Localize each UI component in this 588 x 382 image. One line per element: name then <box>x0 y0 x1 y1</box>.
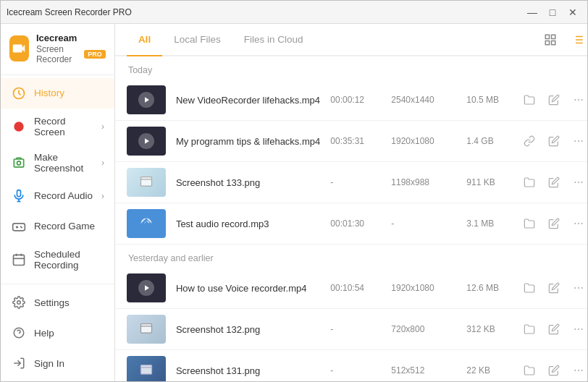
sidebar: Icecream Screen Recorder PRO Histor <box>1 24 115 381</box>
maximize-button[interactable]: □ <box>544 6 561 19</box>
record-info-1: New VideoRecorder lifehacks.mp4 <box>176 95 320 106</box>
duration-5: 00:10:54 <box>330 283 374 293</box>
record-name-2: My programm tips & lifehacks.mp4 <box>176 136 320 147</box>
chevron-right-icon-2: › <box>101 158 104 168</box>
logo-title: Icecream <box>36 33 77 44</box>
svg-point-50 <box>581 328 583 330</box>
record-info-7: Screenshot 131.png <box>176 365 320 376</box>
sidebar-item-settings[interactable]: Settings <box>1 287 114 318</box>
svg-point-33 <box>581 140 583 142</box>
sidebar-item-history[interactable]: History <box>1 78 114 109</box>
more-button-1[interactable] <box>569 90 587 109</box>
edit-button-4[interactable] <box>545 214 563 233</box>
svg-point-36 <box>575 182 576 183</box>
close-button[interactable]: ✕ <box>564 6 581 19</box>
more-button-5[interactable] <box>569 279 587 297</box>
resolution-4: - <box>391 218 449 229</box>
sidebar-label-history: History <box>34 88 64 98</box>
svg-point-43 <box>575 287 576 289</box>
svg-point-49 <box>578 328 579 330</box>
table-row[interactable]: Screenshot 131.png - 512x512 22 KB <box>115 350 587 381</box>
pro-badge: PRO <box>84 50 106 59</box>
svg-rect-34 <box>140 177 151 187</box>
table-row[interactable]: Test audio record.mp3 00:01:30 - 3.1 MB <box>115 203 587 245</box>
record-actions-6 <box>520 320 587 339</box>
thumbnail-video-2 <box>127 127 166 156</box>
size-5: 12.6 MB <box>466 283 510 293</box>
logo-inner: Icecream Screen Recorder PRO <box>9 33 106 64</box>
edit-button-5[interactable] <box>545 279 563 297</box>
table-row[interactable]: How to use Voice recorder.mp4 00:10:54 1… <box>115 268 587 309</box>
more-button-7[interactable] <box>569 361 587 380</box>
logo-area: Icecream Screen Recorder PRO <box>1 24 114 75</box>
svg-point-44 <box>578 287 579 289</box>
record-screen-icon <box>11 119 27 135</box>
main-content: All Local Files Files in Cloud Today <box>115 24 587 381</box>
table-row[interactable]: Screenshot 132.png - 720x800 312 KB <box>115 309 587 350</box>
record-name-1: New VideoRecorder lifehacks.mp4 <box>176 95 320 106</box>
folder-button-4[interactable] <box>520 214 539 233</box>
more-button-2[interactable] <box>569 132 587 150</box>
grid-view-button[interactable] <box>540 30 560 50</box>
sidebar-label-record-audio: Record Audio <box>34 190 93 201</box>
svg-rect-16 <box>546 35 550 38</box>
record-actions-5 <box>520 279 587 297</box>
svg-point-1 <box>14 122 23 131</box>
table-row[interactable]: My programm tips & lifehacks.mp4 00:35:3… <box>115 121 587 162</box>
folder-button-3[interactable] <box>520 173 539 192</box>
sidebar-item-help[interactable]: Help <box>1 318 114 348</box>
thumbnail-video-1 <box>127 85 166 114</box>
edit-button-6[interactable] <box>545 320 563 339</box>
sidebar-item-record-screen[interactable]: Record Screen › <box>1 109 114 145</box>
edit-button-3[interactable] <box>545 173 563 192</box>
folder-button-1[interactable] <box>520 90 539 109</box>
folder-button-5[interactable] <box>520 279 539 297</box>
record-meta-4: 00:01:30 - 3.1 MB <box>330 218 510 229</box>
edit-button-1[interactable] <box>545 90 563 109</box>
minimize-button[interactable]: — <box>524 6 541 19</box>
logo-icon <box>9 35 29 61</box>
sign-in-icon <box>11 355 27 371</box>
svg-point-54 <box>578 370 579 371</box>
record-info-5: How to use Voice recorder.mp4 <box>176 283 320 294</box>
more-button-4[interactable] <box>569 214 587 233</box>
record-actions-1 <box>520 90 587 109</box>
list-view-button[interactable] <box>568 30 587 50</box>
svg-point-37 <box>578 182 579 183</box>
sidebar-item-scheduled-recording[interactable]: Scheduled Recording <box>1 242 114 278</box>
app-window: Icecream Screen Recorder PRO — □ ✕ Icecr… <box>0 0 588 382</box>
svg-rect-2 <box>14 159 23 167</box>
folder-button-7[interactable] <box>520 361 539 380</box>
record-actions-3 <box>520 173 587 192</box>
edit-button-7[interactable] <box>545 361 563 380</box>
tab-files-in-cloud[interactable]: Files in Cloud <box>232 24 315 56</box>
resolution-1: 2540x1440 <box>391 95 449 105</box>
record-info-4: Test audio record.mp3 <box>176 218 320 229</box>
table-row[interactable]: Screenshot 133.png - 1198x988 911 KB <box>115 162 587 203</box>
link-button-2[interactable] <box>520 132 539 150</box>
edit-button-2[interactable] <box>545 132 563 150</box>
more-button-3[interactable] <box>569 173 587 192</box>
duration-2: 00:35:31 <box>330 136 374 146</box>
nav-items: History Record Screen › Make Screenshot <box>1 75 114 284</box>
record-meta-5: 00:10:54 1920x1080 12.6 MB <box>330 283 510 293</box>
record-info-2: My programm tips & lifehacks.mp4 <box>176 136 320 147</box>
history-icon <box>11 85 27 101</box>
svg-marker-42 <box>145 285 149 291</box>
sidebar-item-sign-in[interactable]: Sign In <box>1 348 114 378</box>
tab-local-files[interactable]: Local Files <box>162 24 232 56</box>
folder-button-6[interactable] <box>520 320 539 339</box>
resolution-5: 1920x1080 <box>391 283 449 293</box>
thumbnail-video-5 <box>127 273 166 302</box>
resolution-2: 1920x1080 <box>391 136 449 146</box>
svg-rect-18 <box>546 41 550 44</box>
play-icon-2 <box>138 133 154 149</box>
sidebar-item-make-screenshot[interactable]: Make Screenshot › <box>1 145 114 181</box>
table-row[interactable]: New VideoRecorder lifehacks.mp4 00:00:12… <box>115 80 587 121</box>
sidebar-item-record-audio[interactable]: Record Audio › <box>1 181 114 211</box>
tab-all[interactable]: All <box>127 24 162 56</box>
sidebar-item-record-game[interactable]: Record Game <box>1 211 114 242</box>
thumbnail-screenshot-7 <box>127 356 166 381</box>
more-button-6[interactable] <box>569 320 587 339</box>
record-name-5: How to use Voice recorder.mp4 <box>176 283 320 294</box>
